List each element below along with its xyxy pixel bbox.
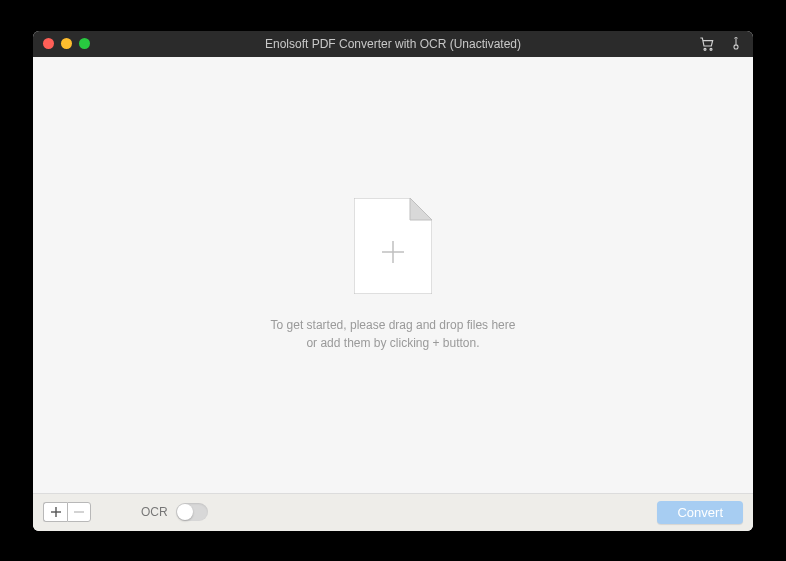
- titlebar: Enolsoft PDF Converter with OCR (Unactiv…: [33, 31, 753, 57]
- traffic-lights: [43, 38, 90, 49]
- remove-file-button[interactable]: [67, 502, 91, 522]
- add-file-button[interactable]: [43, 502, 67, 522]
- svg-point-2: [734, 44, 738, 48]
- maximize-window-button[interactable]: [79, 38, 90, 49]
- ocr-label: OCR: [141, 505, 168, 519]
- titlebar-actions: [699, 36, 743, 52]
- convert-button[interactable]: Convert: [657, 501, 743, 524]
- app-window: Enolsoft PDF Converter with OCR (Unactiv…: [33, 31, 753, 531]
- minimize-window-button[interactable]: [61, 38, 72, 49]
- ocr-toggle[interactable]: [176, 503, 208, 521]
- drop-text-line2: or add them by clicking + button.: [271, 334, 516, 352]
- window-title: Enolsoft PDF Converter with OCR (Unactiv…: [265, 37, 521, 51]
- svg-point-0: [704, 48, 706, 50]
- add-remove-group: [43, 502, 91, 522]
- drop-zone-text: To get started, please drag and drop fil…: [271, 316, 516, 352]
- drop-text-line1: To get started, please drag and drop fil…: [271, 316, 516, 334]
- bottom-toolbar: OCR Convert: [33, 493, 753, 531]
- toggle-knob: [177, 504, 193, 520]
- ocr-group: OCR: [141, 503, 208, 521]
- svg-marker-4: [410, 198, 432, 220]
- svg-point-1: [710, 48, 712, 50]
- document-plus-icon: [354, 198, 432, 298]
- cart-icon[interactable]: [699, 36, 715, 52]
- drop-zone[interactable]: To get started, please drag and drop fil…: [33, 57, 753, 493]
- close-window-button[interactable]: [43, 38, 54, 49]
- thermometer-icon[interactable]: [729, 36, 743, 52]
